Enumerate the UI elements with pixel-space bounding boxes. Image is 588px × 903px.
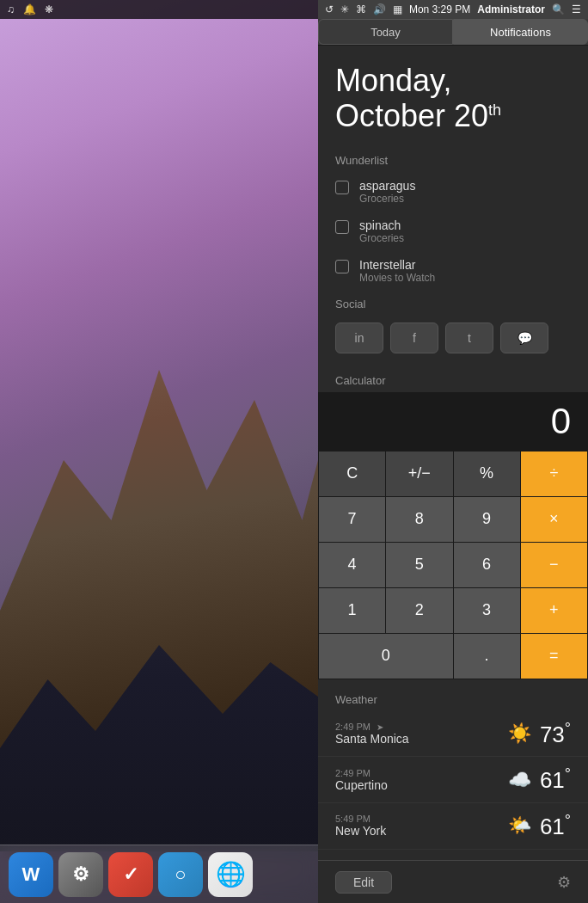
calc-2[interactable]: 2 — [386, 588, 452, 633]
social-header: Social — [318, 291, 588, 316]
item-title-asparagus: asparagus — [359, 179, 415, 193]
social-section: Social in f t 💬 — [318, 291, 588, 360]
calc-divide[interactable]: ÷ — [521, 452, 587, 496]
list-item: asparagus Groceries — [318, 172, 588, 212]
tab-notifications[interactable]: Notifications — [453, 19, 588, 45]
spotify-icon[interactable]: ♫ — [7, 3, 15, 15]
wunderlist-section: Wunderlist asparagus Groceries spinach G… — [318, 147, 588, 291]
notification-bell-icon[interactable]: 🔔 — [23, 3, 36, 15]
admin-name: Administrator — [477, 3, 545, 15]
calculator-buttons: C +/− % ÷ 7 8 9 × 4 5 6 − 1 2 3 + 0 — [318, 451, 588, 679]
checkbox-spinach[interactable] — [335, 220, 349, 234]
calc-5[interactable]: 5 — [386, 543, 452, 587]
dock: W ⚙ ✓ ○ 🌐 — [0, 845, 318, 903]
facebook-icon: f — [413, 331, 416, 345]
menu-icon[interactable]: ☰ — [572, 3, 581, 15]
dock-errands[interactable]: ✓ — [108, 852, 153, 897]
calc-plusminus[interactable]: +/− — [386, 452, 452, 496]
weather-temp-cupertino: 61° — [540, 765, 571, 794]
panel-bottom-bar: Edit ⚙ — [318, 860, 588, 903]
weather-item-cupertino: 2:49 PM Cupertino ☁️ 61° — [318, 757, 588, 803]
settings-dock-icon: ⚙ — [72, 863, 89, 886]
calc-0[interactable]: 0 — [319, 634, 453, 679]
weather-temp-santamonica: 73° — [540, 720, 571, 748]
calc-3[interactable]: 3 — [454, 588, 520, 633]
list-item: Interstellar Movies to Watch — [318, 251, 588, 291]
dock-mango[interactable]: ○ — [158, 852, 203, 897]
twitter-icon: t — [468, 331, 471, 345]
weather-icon-cupertino: ☁️ — [508, 769, 531, 791]
item-subtitle-spinach: Groceries — [359, 232, 404, 244]
calc-clear[interactable]: C — [319, 452, 385, 496]
bluetooth-icon[interactable]: ✳ — [340, 3, 349, 15]
tab-today[interactable]: Today — [318, 19, 453, 45]
calc-multiply[interactable]: × — [521, 497, 587, 542]
messages-button[interactable]: 💬 — [500, 322, 548, 353]
wifi-icon[interactable]: ⌘ — [356, 3, 366, 15]
dropbox-icon[interactable]: ❋ — [45, 3, 53, 15]
clock: Mon 3:29 PM — [409, 3, 470, 15]
weather-temp-newyork: 61° — [540, 812, 571, 840]
calc-4[interactable]: 4 — [319, 543, 385, 587]
notification-panel: Today Notifications Monday, October 20th… — [318, 19, 588, 903]
weather-icon-newyork: 🌤️ — [508, 814, 531, 837]
battery-icon[interactable]: ▦ — [393, 3, 402, 15]
menubar: ♫ 🔔 ❋ ↺ ✳ ⌘ 🔊 ▦ Mon 3:29 PM Administrato… — [0, 0, 588, 19]
messages-icon: 💬 — [518, 331, 532, 345]
location-arrow-icon: ➤ — [377, 722, 383, 732]
gear-icon[interactable]: ⚙ — [557, 873, 571, 892]
desktop — [0, 0, 318, 903]
wunderlist-dock-icon: W — [22, 863, 40, 886]
volume-icon[interactable]: 🔊 — [373, 3, 386, 15]
panel-content: Monday, October 20th Wunderlist asparagu… — [318, 46, 588, 903]
wunderlist-header: Wunderlist — [318, 147, 588, 172]
item-subtitle-asparagus: Groceries — [359, 193, 415, 205]
calc-9[interactable]: 9 — [454, 497, 520, 542]
date-suffix: th — [488, 101, 501, 119]
weather-time-santamonica: 2:49 PM ➤ — [335, 722, 499, 732]
calc-6[interactable]: 6 — [454, 543, 520, 587]
calc-add[interactable]: + — [521, 588, 587, 633]
date-line2: October 20th — [335, 98, 571, 133]
weather-time-cupertino: 2:49 PM — [335, 768, 499, 778]
calc-8[interactable]: 8 — [386, 497, 452, 542]
weather-time-newyork: 5:49 PM — [335, 814, 499, 824]
mango-dock-icon: ○ — [175, 863, 186, 886]
twitter-button[interactable]: t — [445, 322, 493, 353]
item-title-interstellar: Interstellar — [359, 258, 435, 272]
calc-7[interactable]: 7 — [319, 497, 385, 542]
linkedin-button[interactable]: in — [335, 322, 383, 353]
calc-equals[interactable]: = — [521, 634, 587, 679]
list-item: spinach Groceries — [318, 212, 588, 251]
search-icon[interactable]: 🔍 — [552, 3, 565, 15]
checkbox-asparagus[interactable] — [335, 181, 349, 194]
dock-browser[interactable]: 🌐 — [208, 852, 253, 897]
facebook-button[interactable]: f — [390, 322, 438, 353]
calc-subtract[interactable]: − — [521, 543, 587, 587]
time-machine-icon[interactable]: ↺ — [325, 3, 334, 15]
calculator-header: Calculator — [318, 367, 588, 392]
linkedin-icon: in — [355, 331, 364, 345]
checkbox-interstellar[interactable] — [335, 260, 349, 273]
calculator-display: 0 — [318, 392, 588, 451]
calc-percent[interactable]: % — [454, 452, 520, 496]
weather-item-newyork: 5:49 PM New York 🌤️ 61° — [318, 803, 588, 850]
weather-city-santamonica: Santa Monica — [335, 732, 499, 746]
date-section: Monday, October 20th — [318, 46, 588, 147]
weather-city-newyork: New York — [335, 824, 499, 838]
dock-system-preferences[interactable]: ⚙ — [58, 852, 103, 897]
weather-icon-santamonica: ☀️ — [508, 722, 531, 745]
panel-tabs: Today Notifications — [318, 19, 588, 46]
item-title-spinach: spinach — [359, 218, 404, 232]
calc-1[interactable]: 1 — [319, 588, 385, 633]
edit-button[interactable]: Edit — [335, 871, 392, 894]
browser-dock-icon: 🌐 — [216, 860, 246, 888]
date-line1: Monday, — [335, 63, 571, 98]
calculator-section: Calculator 0 C +/− % ÷ 7 8 9 × 4 5 6 − — [318, 367, 588, 679]
dock-wunderlist[interactable]: W — [9, 852, 53, 897]
weather-header: Weather — [318, 686, 588, 711]
weather-section: Weather 2:49 PM ➤ Santa Monica ☀️ 73° — [318, 686, 588, 857]
calc-decimal[interactable]: . — [454, 634, 520, 679]
weather-item-santamonica: 2:49 PM ➤ Santa Monica ☀️ 73° — [318, 711, 588, 758]
item-subtitle-interstellar: Movies to Watch — [359, 272, 435, 284]
